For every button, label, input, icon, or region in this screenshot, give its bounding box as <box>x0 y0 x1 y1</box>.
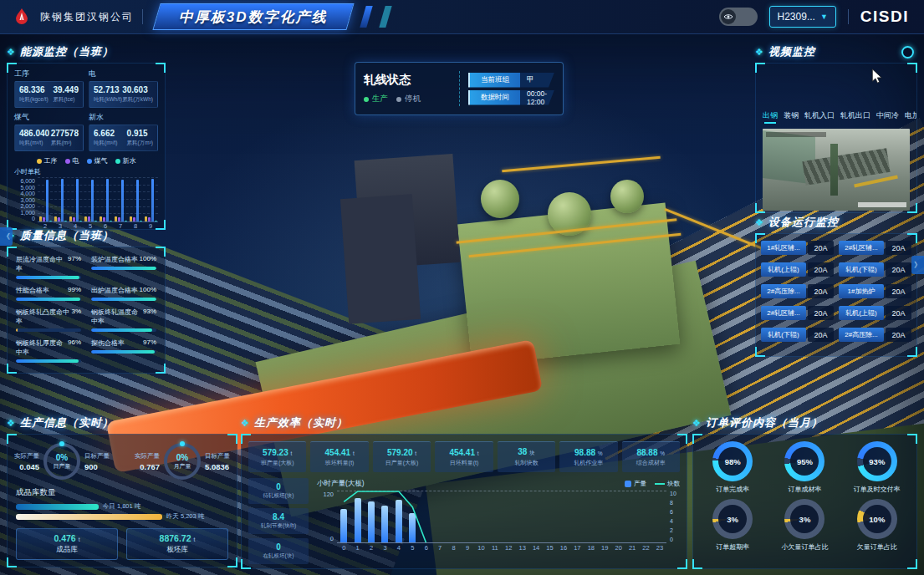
legend-item: 新水 <box>115 156 136 165</box>
video-tabs: 出钢 装钢 轧机入口 轧机出口 中间冷 电加热 <box>756 64 916 124</box>
energy-unit: 吨耗(m³/t) <box>19 140 49 147</box>
visibility-toggle[interactable] <box>719 8 758 26</box>
device-value: 20A <box>808 284 834 298</box>
badge-value: 甲 <box>520 73 554 88</box>
right-collapse-tab[interactable]: 》 <box>911 256 924 274</box>
orders-panel-title: 订单评价内容（当月） <box>706 415 823 430</box>
device-value: 20A <box>886 241 911 255</box>
device-value: 20A <box>808 262 834 277</box>
eye-icon <box>723 12 733 22</box>
device-value: 20A <box>886 262 911 277</box>
quality-item: 钢板终轧温度命中率93% <box>91 308 156 332</box>
badge-label: 数据时间 <box>468 90 520 105</box>
device-chip[interactable]: 2#轧区辅... <box>839 241 884 255</box>
orders-panel-header: ❖ 订单评价内容（当月） <box>692 416 917 430</box>
camera-feed[interactable] <box>763 129 910 211</box>
side-stat: 0待轧板坯(块) <box>248 478 309 504</box>
legend-production: 生产 <box>364 94 388 104</box>
device-chip[interactable]: 2#轧区辅... <box>761 306 806 320</box>
video-expand-button[interactable] <box>901 46 914 59</box>
device-chip[interactable]: 轧机(上辊) <box>761 262 806 277</box>
energy-value: 277578 <box>51 129 79 138</box>
device-row: 轧机(上辊)20A 轧机(下辊)20A <box>761 262 911 277</box>
energy-group-name: 煤气 <box>14 112 84 123</box>
tab-video-1[interactable]: 装钢 <box>784 110 799 124</box>
header-left: 陕钢集团汉钢公司 中厚板3D数字化产线 <box>0 3 389 30</box>
line-status-legend: 生产 停机 <box>364 94 451 104</box>
stat-chip: 579.20 t日产量(大板) <box>373 441 431 472</box>
energy-value: 39.449 <box>53 85 79 94</box>
tab-video-2[interactable]: 轧机入口 <box>804 110 835 124</box>
line-status-title: 轧线状态 <box>364 73 451 88</box>
badge-label: 当前班组 <box>468 73 520 88</box>
device-chip[interactable]: 2#高压除... <box>761 284 806 298</box>
orders-panel-frame: 98%订单完成率 95%订单成材率 93%订单及时交付率 3%订单超期率 3%小… <box>692 434 917 569</box>
output-chart-left-axis: 1200 <box>317 491 337 542</box>
side-stat: 0在轧板坯(块) <box>248 538 309 564</box>
month-gauge-group: 实际产量0.767 0% 月产量 目标产量5.0836 <box>135 443 230 480</box>
video-panel-title: 视频监控 <box>768 44 815 59</box>
device-chip[interactable]: 轧机(上辊) <box>839 306 884 320</box>
quality-item: 探伤合格率97% <box>91 338 156 363</box>
device-chip[interactable]: 1#加热炉 <box>839 284 884 298</box>
energy-groups: 工序 68.336吨耗(kgce/t) 39.449累耗(tce) 电 52.7… <box>8 64 165 151</box>
panel-icon: ❖ <box>7 48 15 57</box>
energy-unit: 累耗(万m³) <box>127 140 153 147</box>
quality-panel-frame: 层流冷温度命中率97% 装炉温度合格率100% 性能合格率99% 出炉温度合格率… <box>7 247 166 374</box>
energy-group: 电 52.713吨耗(kWh/t) 30.603累耗(万kWh) <box>89 69 158 108</box>
output-chart-legend: 产量 块数 <box>625 480 680 488</box>
mouse-cursor <box>871 69 884 84</box>
tab-video-5[interactable]: 电加热 <box>905 110 916 124</box>
device-value: 20A <box>886 306 911 320</box>
left-collapse-tab[interactable]: 《 <box>0 227 13 246</box>
device-rows: 1#轧区辅...20A 2#轧区辅...20A 轧机(上辊)20A 轧机(下辊)… <box>756 234 916 349</box>
energy-group-card: 486.040吨耗(m³/t) 277578累耗(m³) <box>14 125 84 151</box>
quality-panel-header: ❖ 质量信息（当班） <box>7 229 166 242</box>
tab-video-4[interactable]: 中间冷 <box>876 110 899 124</box>
inventory-bars: 今日 1,801 吨 昨天 5,203 吨 <box>8 498 237 522</box>
production-panel-frame: 实际产量0.045 0% 日产量 目标产量900 实际产量0.767 0% 月产… <box>7 434 237 567</box>
energy-unit: 累耗(万kWh) <box>122 96 153 104</box>
side-stat: 8.4轧制节奏(块/h) <box>248 508 309 534</box>
device-row: 轧机(下辊)20A 2#高压除...20A <box>761 328 911 342</box>
quality-item: 性能合格率99% <box>16 286 81 301</box>
panel-icon: ❖ <box>755 218 763 227</box>
slab-stock-box: 8876.72 t 板坯库 <box>126 528 228 560</box>
energy-chart-plot <box>38 178 158 222</box>
efficiency-chips: 579.23 t班产量(大板) 454.41 t班坯料量(t) 579.20 t… <box>242 435 687 472</box>
stat-chip: 579.23 t班产量(大板) <box>248 441 306 472</box>
energy-group: 煤气 486.040吨耗(m³/t) 277578累耗(m³) <box>14 112 84 151</box>
energy-unit: 吨耗(kWh/t) <box>94 96 122 104</box>
energy-unit: 吨耗(m³/t) <box>94 140 118 147</box>
production-panel-title: 生产信息（实时） <box>20 415 114 430</box>
device-row: 2#轧区辅...20A 轧机(上辊)20A <box>761 306 911 320</box>
device-value: 20A <box>886 328 911 342</box>
quality-item: 装炉温度合格率100% <box>91 255 156 279</box>
energy-chart: 小时单耗 6,0005,0004,0003,0002,0001,0000 234… <box>8 165 165 230</box>
tab-video-3[interactable]: 轧机出口 <box>840 110 870 124</box>
cisdi-logo: CISDI <box>860 8 909 26</box>
device-chip[interactable]: 轧机(下辊) <box>839 262 884 277</box>
quality-panel: ❖ 质量信息（当班） 层流冷温度命中率97% 装炉温度合格率100% 性能合格率… <box>7 229 166 374</box>
device-row: 2#高压除...20A 1#加热炉20A <box>761 284 911 298</box>
stat-chip: 454.41 t班坯料量(t) <box>310 441 368 472</box>
device-chip[interactable]: 轧机(下辊) <box>761 328 806 342</box>
device-select[interactable]: H2309... ▼ <box>769 6 836 28</box>
panel-icon: ❖ <box>7 419 15 428</box>
energy-value: 52.713 <box>94 85 122 94</box>
energy-value: 6.662 <box>94 129 118 138</box>
tab-video-0[interactable]: 出钢 <box>763 110 778 124</box>
header-divider <box>142 9 143 24</box>
quality-item: 钢板终轧凸度命中率3% <box>16 308 81 332</box>
donut-cell: 10%欠量订单占比 <box>841 499 913 552</box>
device-value: 20A <box>808 241 834 255</box>
stat-chip: 98.88 %轧机作业率 <box>559 441 617 472</box>
device-chip[interactable]: 2#高压除... <box>839 328 884 342</box>
output-chart-plot <box>337 491 666 543</box>
video-panel-header: ❖ 视频监控 <box>755 45 917 59</box>
inventory-bar-today: 今日 1,801 吨 <box>16 501 228 511</box>
donut-cell: 98%订单完成率 <box>697 441 768 494</box>
energy-panel-header: ❖ 能源监控（当班） <box>7 45 166 59</box>
device-chip[interactable]: 1#轧区辅... <box>761 241 806 255</box>
panel-icon: ❖ <box>692 419 701 428</box>
